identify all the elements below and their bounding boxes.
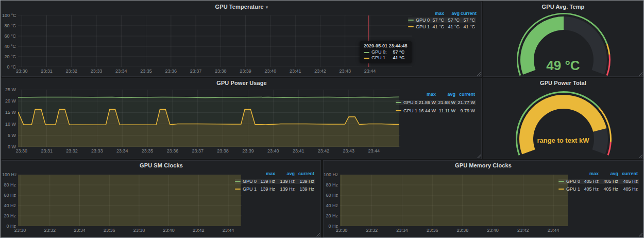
legend-series-gpu1[interactable]: GPU 1 (396, 108, 417, 113)
panel-resize-handle[interactable] (316, 232, 320, 236)
legend-value: 41 °C (461, 24, 476, 29)
series-color-swatch (235, 181, 241, 182)
legend-series-name: GPU 1 (243, 186, 257, 192)
legend-series-gpu0[interactable]: GPU 0 (235, 179, 257, 184)
x-axis-tick-label: 23:42 (316, 148, 331, 154)
panel-gpu-temperature: GPU Temperature▾ 0 °C20 °C40 °C60 °C80 °… (2, 2, 482, 77)
legend-value: 139 Hz (257, 186, 276, 192)
legend-value: 41 °C (430, 24, 445, 29)
panel-resize-handle[interactable] (638, 232, 642, 236)
gauge-value-text: 49 °C (483, 58, 643, 74)
y-axis-tick-label: 10 W (2, 122, 16, 127)
series-area-gpu1 (340, 175, 568, 226)
x-axis-tick-label: 23:40 (265, 148, 281, 154)
legend-series-gpu1[interactable]: GPU 1 (558, 186, 580, 192)
tooltip-series-value: 57 °C (393, 49, 405, 55)
x-axis-tick-label: 23:38 (215, 148, 231, 154)
panel-title-dropdown[interactable]: GPU Temperature▾ (2, 4, 481, 10)
x-axis-tick-label: 23:42 (515, 228, 531, 233)
legend-value: 16.44 W (417, 108, 437, 113)
gpu-temperature-plot[interactable] (18, 15, 412, 67)
x-axis-tick-label: 23:38 (131, 228, 147, 233)
legend-value: 57 °C (430, 18, 445, 23)
x-axis-tick-label: 23:44 (546, 228, 561, 233)
legend-header-max[interactable]: max (430, 11, 445, 16)
tooltip-series-value: 41 °C (393, 55, 405, 61)
panel-gpu-power-total: GPU Power Total range to text kW (483, 78, 643, 159)
legend-series-gpu1[interactable]: GPU 1 (408, 24, 430, 29)
y-axis-tick-label: 20 °C (2, 54, 16, 59)
x-axis-tick-label: 23:36 (165, 148, 180, 154)
legend-header-avg[interactable]: avg (437, 92, 456, 97)
x-axis-tick-label: 23:39 (238, 69, 253, 74)
legend-header-avg[interactable]: avg (445, 11, 461, 16)
series-color-swatch (408, 20, 414, 21)
y-axis-tick-label: 80 Hz (2, 182, 16, 188)
series-color-swatch (364, 58, 369, 59)
x-axis-tick-label: 23:30 (12, 228, 28, 233)
legend-value: 57 °C (461, 18, 476, 23)
y-axis-tick-label: 100 Hz (2, 172, 16, 177)
gpu-sm-clocks-plot[interactable] (18, 175, 242, 226)
legend-header-max[interactable]: max (257, 171, 276, 176)
y-axis-tick-label: 20 Hz (2, 213, 16, 218)
tooltip-series-row: GPU 0:57 °C (364, 49, 408, 55)
legend-header-current[interactable]: current (296, 171, 315, 176)
gpu-memory-clocks-plot[interactable] (340, 175, 568, 226)
legend-header-current[interactable]: current (461, 11, 476, 16)
y-axis-tick-label: 40 Hz (324, 203, 338, 208)
x-axis-tick-label: 23:31 (39, 69, 55, 74)
x-axis-tick-label: 23:41 (287, 69, 303, 74)
legend-table: maxavgcurrentGPU 057 °C57 °C57 °CGPU 141… (408, 10, 476, 30)
x-axis-tick-label: 23:40 (263, 69, 278, 74)
legend-series-gpu0[interactable]: GPU 0 (558, 179, 580, 184)
x-axis-tick-label: 23:43 (341, 148, 357, 154)
x-axis-tick-label: 23:41 (291, 148, 306, 154)
legend-series-name: GPU 1 (403, 108, 417, 113)
chart-tooltip: 2020-05-01 23:44:48GPU 0:57 °CGPU 1:41 °… (360, 41, 412, 63)
y-axis-tick-label: 80 Hz (324, 182, 338, 188)
panel-resize-handle[interactable] (477, 72, 481, 76)
series-color-swatch (408, 26, 414, 27)
x-axis-tick-label: 23:34 (113, 69, 129, 74)
legend-header-max[interactable]: max (417, 92, 437, 97)
y-axis-tick-label: 40 °C (2, 44, 16, 49)
y-axis-tick-label: 100 °C (2, 13, 16, 18)
legend-series-gpu1[interactable]: GPU 1 (235, 186, 257, 192)
legend-header-max[interactable]: max (580, 171, 600, 176)
legend-series-gpu0[interactable]: GPU 0 (408, 18, 430, 23)
y-axis-tick-label: 15 W (2, 110, 16, 115)
panel-title: GPU Temperature (215, 4, 264, 10)
gpu-power-usage-plot[interactable] (18, 90, 400, 147)
legend-table: maxavgcurrentGPU 0139 Hz139 Hz139 HzGPU … (235, 170, 315, 192)
x-axis-tick-label: 23:40 (161, 228, 177, 233)
y-axis-tick-label: 5 W (2, 133, 16, 138)
x-axis-tick-label: 23:34 (114, 148, 130, 154)
legend-header-current[interactable]: current (619, 171, 639, 176)
x-axis-tick-label: 23:33 (89, 148, 105, 154)
chevron-down-icon: ▾ (266, 5, 268, 10)
x-axis-tick-label: 23:35 (140, 148, 155, 154)
legend-header-current[interactable]: current (456, 92, 476, 97)
legend-value: 405 Hz (619, 186, 639, 192)
x-axis-tick-label: 23:32 (64, 69, 79, 74)
x-axis-tick-label: 23:42 (191, 228, 206, 233)
panel-resize-handle[interactable] (477, 154, 481, 158)
legend-series-gpu0[interactable]: GPU 0 (396, 100, 417, 105)
gauge-threshold-segment (606, 44, 611, 55)
x-axis-tick-label: 23:36 (425, 228, 440, 233)
x-axis-tick-label: 23:30 (14, 148, 29, 154)
legend-header-avg[interactable]: avg (276, 171, 296, 176)
x-axis-tick-label: 23:39 (240, 148, 256, 154)
panel-gpu-avg-temp: GPU Avg. Temp 49 °C (483, 2, 643, 77)
legend-header-avg[interactable]: avg (600, 171, 619, 176)
panel-title: GPU SM Clocks (140, 162, 183, 168)
x-axis-tick-label: 23:44 (362, 69, 378, 74)
legend-value: 139 Hz (296, 186, 315, 192)
panel-gpu-power-usage: GPU Power Usage 0 W5 W10 W15 W20 W25 W23… (2, 78, 482, 159)
y-axis-tick-label: 80 °C (2, 23, 16, 28)
tooltip-series-name: GPU 1: (371, 55, 387, 61)
y-axis-tick-label: 25 W (2, 87, 16, 92)
legend-value: 139 Hz (276, 179, 296, 184)
legend-value: 405 Hz (580, 186, 600, 192)
